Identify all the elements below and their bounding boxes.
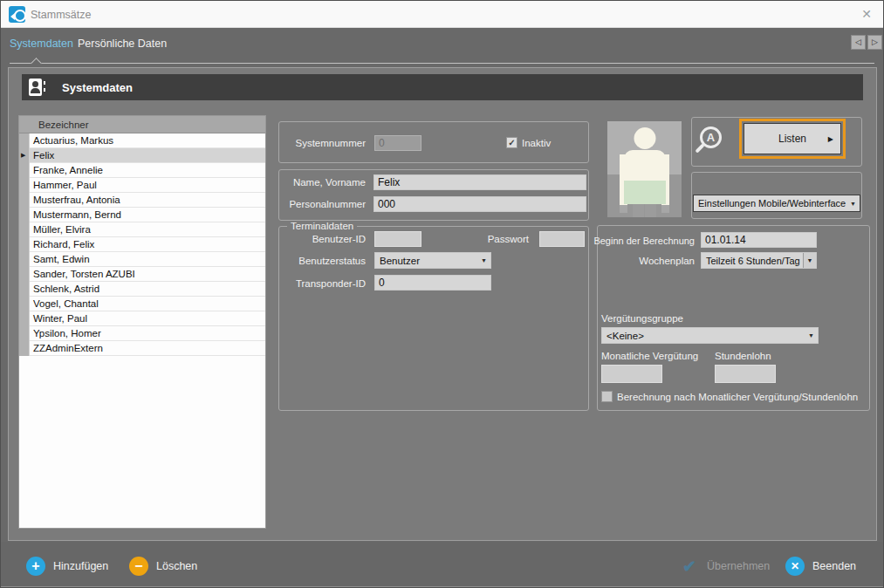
berechnung-checkbox[interactable] xyxy=(601,391,613,402)
list-item[interactable]: Winter, Paul xyxy=(19,311,265,326)
app-clock-icon xyxy=(9,6,25,23)
contact-card-icon xyxy=(29,79,42,96)
list-item[interactable]: ▶Felix xyxy=(19,148,265,163)
list-item-label: Vogel, Chantal xyxy=(30,297,265,311)
berechnung-label: Berechnung nach Monatlicher Vergütung/St… xyxy=(617,392,858,402)
delete-button[interactable]: − Löschen xyxy=(129,556,197,577)
employee-photo[interactable] xyxy=(607,121,682,217)
title-bar: Stammsätze ✕ xyxy=(1,1,883,28)
list-item-label: Ypsilon, Homer xyxy=(30,326,265,341)
selected-row-arrow-icon: ▶ xyxy=(21,152,25,159)
add-button[interactable]: + Hinzufügen xyxy=(26,556,108,577)
list-item[interactable]: Schlenk, Astrid xyxy=(19,282,265,297)
personalnummer-label: Personalnummer xyxy=(289,199,366,209)
inaktiv-label: Inaktiv xyxy=(522,138,551,148)
nav-previous-icon[interactable]: ◁ xyxy=(851,35,866,50)
passwort-input xyxy=(539,231,585,247)
listen-button-label: Listen xyxy=(778,133,806,145)
row-selector xyxy=(19,282,30,297)
listen-button[interactable]: Listen ▶ xyxy=(744,123,841,154)
chevron-down-icon: ▼ xyxy=(803,253,816,268)
beginn-input[interactable] xyxy=(701,232,817,248)
verguetungsgruppe-value: <Keine> xyxy=(606,331,644,341)
end-button[interactable]: ✕ Beenden xyxy=(785,556,856,577)
systemnummer-input xyxy=(374,135,421,151)
section-banner: Systemdaten xyxy=(22,74,863,100)
apply-button[interactable]: ✔ Übernehmen xyxy=(680,556,770,577)
chevron-down-icon: ▼ xyxy=(850,201,856,207)
inaktiv-checkbox[interactable]: ✓ xyxy=(506,137,517,148)
minus-icon: − xyxy=(129,557,148,576)
row-selector xyxy=(19,326,30,341)
nav-next-icon[interactable]: ▷ xyxy=(867,35,882,50)
x-icon: ✕ xyxy=(785,557,805,576)
list-item[interactable]: Müller, Elvira xyxy=(19,222,265,237)
stundenlohn-label: Stundenlohn xyxy=(715,351,771,361)
list-item[interactable]: Samt, Edwin xyxy=(19,252,265,267)
list-item-label: Sander, Torsten AZUBI xyxy=(30,267,265,282)
list-item[interactable]: Sander, Torsten AZUBI xyxy=(19,267,265,282)
photo-figure-hand xyxy=(661,205,669,213)
section-title: Systemdaten xyxy=(62,81,133,94)
monatliche-input xyxy=(601,365,662,383)
chevron-down-icon: ▼ xyxy=(808,332,814,338)
einstellungen-value: Einstellungen Mobile/Webinterface xyxy=(698,198,846,209)
list-item[interactable]: Franke, Annelie xyxy=(19,163,265,178)
row-selector xyxy=(19,178,30,193)
delete-button-label: Löschen xyxy=(156,560,197,572)
row-selector xyxy=(19,297,30,311)
transponder-input[interactable] xyxy=(374,275,491,291)
list-item[interactable]: Hammer, Paul xyxy=(19,178,265,193)
row-selector xyxy=(19,222,30,237)
list-item[interactable]: Actuarius, Markus xyxy=(19,133,265,148)
row-selector xyxy=(19,267,30,282)
tab-bar: Systemdaten Persönliche Daten ◁ ▷ xyxy=(1,28,883,67)
benutzerstatus-dropdown[interactable]: Benutzer ▼ xyxy=(374,252,491,269)
row-selector xyxy=(19,133,30,148)
card-binder-dash xyxy=(44,81,45,85)
beginn-label: Beginn der Berechnung xyxy=(593,236,695,246)
tab-underline xyxy=(10,63,874,64)
list-item-label: Samt, Edwin xyxy=(30,252,265,267)
row-selector xyxy=(19,163,30,178)
record-list: Bezeichner Actuarius, Markus▶FelixFranke… xyxy=(18,115,266,529)
verguetungsgruppe-dropdown[interactable]: <Keine> ▼ xyxy=(601,327,819,344)
row-selector xyxy=(19,252,30,267)
search-icon-letter: A xyxy=(707,131,715,144)
checkmark-icon: ✓ xyxy=(508,138,515,147)
row-selector xyxy=(19,311,30,326)
apply-button-label: Übernehmen xyxy=(707,560,770,572)
list-item[interactable]: ZZAdminExtern xyxy=(19,341,265,356)
row-selector: ▶ xyxy=(19,148,30,163)
list-item[interactable]: Vogel, Chantal xyxy=(19,297,265,311)
card-binder-dash xyxy=(44,88,45,92)
benutzer-id-label: Benutzer-ID xyxy=(312,234,366,244)
list-item-label: Actuarius, Markus xyxy=(30,133,265,148)
listen-focus-frame: Listen ▶ xyxy=(739,119,846,159)
wochenplan-value: Teilzeit 6 Stunden/Tag xyxy=(706,256,800,266)
benutzerstatus-label: Benutzerstatus xyxy=(298,256,366,266)
list-column-header[interactable]: Bezeichner xyxy=(19,116,265,133)
list-item-label: Hammer, Paul xyxy=(30,178,265,193)
list-item[interactable]: Richard, Felix xyxy=(19,237,265,252)
tab-persoenliche-daten[interactable]: Persönliche Daten xyxy=(78,38,167,50)
list-item[interactable]: Ypsilon, Homer xyxy=(19,326,265,341)
photo-figure-head xyxy=(634,127,655,149)
photo-figure-leg xyxy=(645,204,656,217)
add-button-label: Hinzufügen xyxy=(53,560,108,572)
personalnummer-input[interactable] xyxy=(373,196,586,212)
list-item-label: Müller, Elvira xyxy=(30,222,265,237)
close-icon[interactable]: ✕ xyxy=(856,5,877,23)
list-item[interactable]: Musterfrau, Antonia xyxy=(19,193,265,208)
list-item[interactable]: Mustermann, Bernd xyxy=(19,208,265,222)
list-item-label: Franke, Annelie xyxy=(30,163,265,178)
wochenplan-dropdown[interactable]: Teilzeit 6 Stunden/Tag ▼ xyxy=(701,252,817,269)
passwort-label: Passwort xyxy=(488,234,529,244)
app-window: Stammsätze ✕ Systemdaten Persönliche Dat… xyxy=(0,0,884,588)
tab-systemdaten[interactable]: Systemdaten xyxy=(10,38,73,50)
search-icon[interactable]: A xyxy=(700,126,722,148)
name-label: Name, Vorname xyxy=(293,177,366,188)
name-input[interactable] xyxy=(373,174,586,190)
einstellungen-dropdown[interactable]: Einstellungen Mobile/Webinterface ▼ xyxy=(693,195,860,212)
list-item-label: Schlenk, Astrid xyxy=(30,282,265,297)
